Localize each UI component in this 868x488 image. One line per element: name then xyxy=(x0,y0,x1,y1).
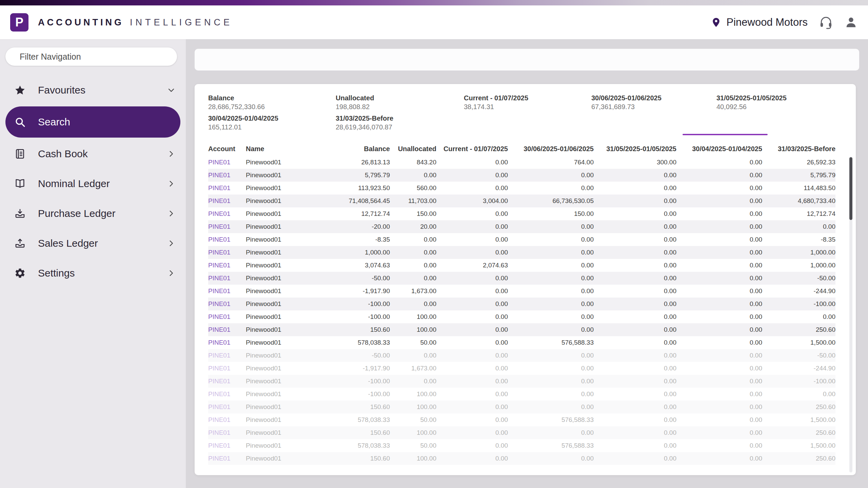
account-link[interactable]: PINE01 xyxy=(208,390,246,398)
value-cell: 0.00 xyxy=(508,352,594,359)
account-link[interactable]: PINE01 xyxy=(208,416,246,424)
sidebar-item-label: Search xyxy=(38,116,70,128)
account-link[interactable]: PINE01 xyxy=(208,442,246,449)
table-row[interactable]: PINE01Pinewood01150.60100.000.000.000.00… xyxy=(208,452,835,465)
account-link[interactable]: PINE01 xyxy=(208,326,246,333)
table-row[interactable]: PINE01Pinewood01-100.000.000.000.000.000… xyxy=(208,298,835,310)
sidebar-item-search[interactable]: Search xyxy=(5,106,180,138)
account-link[interactable]: PINE01 xyxy=(208,236,246,243)
account-link[interactable]: PINE01 xyxy=(208,274,246,282)
value-cell: 0.00 xyxy=(436,300,508,308)
table-row[interactable]: PINE01Pinewood01-8.350.000.000.000.000.0… xyxy=(208,233,835,246)
column-header-31-05-2025-01-05-2025[interactable]: 31/05/2025-01/05/2025 xyxy=(594,145,676,153)
table-row[interactable]: PINE01Pinewood01-1,917.901,673.000.000.0… xyxy=(208,362,835,375)
account-link[interactable]: PINE01 xyxy=(208,223,246,230)
value-cell: 26,813.13 xyxy=(327,159,390,166)
column-header-current-01-07-2025[interactable]: Current - 01/07/2025 xyxy=(436,145,508,153)
column-header-unallocated[interactable]: Unallocated xyxy=(390,145,436,153)
column-header-30-06-2025-01-06-2025[interactable]: 30/06/2025-01/06/2025 xyxy=(508,145,594,153)
table-row[interactable]: PINE01Pinewood01-50.000.000.000.000.000.… xyxy=(208,349,835,362)
account-link[interactable]: PINE01 xyxy=(208,365,246,372)
account-link[interactable]: PINE01 xyxy=(208,287,246,295)
table-row[interactable]: PINE01Pinewood01150.60100.000.000.000.00… xyxy=(208,401,835,413)
value-cell: 0.00 xyxy=(508,313,594,321)
value-cell: 0.00 xyxy=(762,313,835,321)
location-pin-icon xyxy=(711,16,722,29)
dealer-selector[interactable]: Pinewood Motors xyxy=(711,16,808,29)
table-row[interactable]: PINE01Pinewood01-20.0020.000.000.000.000… xyxy=(208,220,835,233)
value-cell: 0.00 xyxy=(594,326,676,333)
sidebar-item-settings[interactable]: Settings xyxy=(0,258,186,288)
value-cell: 150.60 xyxy=(327,429,390,436)
table-row[interactable]: PINE01Pinewood011,000.000.000.000.000.00… xyxy=(208,246,835,259)
column-header-31-03-2025-before[interactable]: 31/03/2025-Before xyxy=(762,145,835,153)
table-row[interactable]: PINE01Pinewood01-50.000.000.000.000.000.… xyxy=(208,272,835,285)
table-row[interactable]: PINE01Pinewood01578,038.3350.000.00576,5… xyxy=(208,413,835,426)
summary-value: 165,112.01 xyxy=(208,123,336,131)
table-row[interactable]: PINE01Pinewood015,795.790.000.000.000.00… xyxy=(208,169,835,182)
value-cell: 3,004.00 xyxy=(436,197,508,205)
summary-label: 31/03/2025-Before xyxy=(336,115,464,122)
account-link[interactable]: PINE01 xyxy=(208,403,246,411)
name-cell: Pinewood01 xyxy=(246,184,327,192)
table-row[interactable]: PINE01Pinewood01-100.000.000.000.000.000… xyxy=(208,375,835,388)
table-row[interactable]: PINE01Pinewood01578,038.3350.000.00576,5… xyxy=(208,336,835,349)
settings-icon xyxy=(14,267,26,280)
account-link[interactable]: PINE01 xyxy=(208,455,246,462)
table-row[interactable]: PINE01Pinewood013,074.630.002,074.630.00… xyxy=(208,259,835,272)
headset-icon[interactable] xyxy=(818,15,833,30)
table-row[interactable]: PINE01Pinewood01-100.00100.000.000.000.0… xyxy=(208,310,835,323)
value-cell: 0.00 xyxy=(676,429,762,436)
sidebar-item-cash-book[interactable]: Cash Book xyxy=(0,139,186,169)
value-cell: 1,500.00 xyxy=(762,339,835,346)
account-link[interactable]: PINE01 xyxy=(208,262,246,269)
value-cell: 0.00 xyxy=(594,249,676,256)
value-cell: 1,673.00 xyxy=(390,365,436,372)
table-row[interactable]: PINE01Pinewood01-100.00100.000.000.000.0… xyxy=(208,388,835,401)
value-cell: 50.00 xyxy=(390,339,436,346)
dealer-name: Pinewood Motors xyxy=(726,16,808,28)
table-row[interactable]: PINE01Pinewood0112,712.74150.000.00150.0… xyxy=(208,207,835,220)
value-cell: 0.00 xyxy=(508,274,594,282)
account-link[interactable]: PINE01 xyxy=(208,339,246,346)
scrollbar-thumb[interactable] xyxy=(849,157,852,220)
table-row[interactable]: PINE01Pinewood0171,408,564.4511,703.003,… xyxy=(208,195,835,207)
column-header-name[interactable]: Name xyxy=(246,145,327,153)
user-icon[interactable] xyxy=(844,16,858,29)
account-link[interactable]: PINE01 xyxy=(208,378,246,385)
account-link[interactable]: PINE01 xyxy=(208,313,246,321)
chevron-right-icon xyxy=(167,179,176,188)
sidebar-item-purchase-ledger[interactable]: Purchase Ledger xyxy=(0,199,186,228)
results-panel: Balance 28,686,752,330.66 Unallocated 19… xyxy=(195,84,856,475)
table-scrollbar[interactable] xyxy=(849,157,852,472)
column-header-30-04-2025-01-04-2025[interactable]: 30/04/2025-01/04/2025 xyxy=(676,145,762,153)
account-link[interactable]: PINE01 xyxy=(208,197,246,205)
account-link[interactable]: PINE01 xyxy=(208,159,246,166)
account-link[interactable]: PINE01 xyxy=(208,210,246,218)
account-link[interactable]: PINE01 xyxy=(208,429,246,436)
app-logo[interactable]: P xyxy=(10,13,28,32)
account-link[interactable]: PINE01 xyxy=(208,184,246,192)
account-link[interactable]: PINE01 xyxy=(208,171,246,179)
sidebar-item-favourites[interactable]: Favourites xyxy=(0,75,186,105)
value-cell: 0.00 xyxy=(594,287,676,295)
table-row[interactable]: PINE01Pinewood01-1,917.901,673.000.000.0… xyxy=(208,285,835,298)
column-header-balance[interactable]: Balance xyxy=(327,145,390,153)
table-row[interactable]: PINE01Pinewood01113,923.50560.000.000.00… xyxy=(208,182,835,195)
summary-31-03-2025-before: 31/03/2025-Before 28,619,346,070.87 xyxy=(336,115,464,131)
sidebar-item-label: Nominal Ledger xyxy=(38,178,110,189)
account-link[interactable]: PINE01 xyxy=(208,300,246,308)
sidebar-item-sales-ledger[interactable]: Sales Ledger xyxy=(0,228,186,258)
column-header-account[interactable]: Account xyxy=(208,145,246,153)
table-row[interactable]: PINE01Pinewood0126,813.13843.200.00764.0… xyxy=(208,156,835,169)
account-link[interactable]: PINE01 xyxy=(208,249,246,256)
filter-navigation-input[interactable] xyxy=(5,47,177,66)
summary-value: 67,361,689.73 xyxy=(591,103,716,110)
table-row[interactable]: PINE01Pinewood01150.60100.000.000.000.00… xyxy=(208,426,835,439)
sidebar-item-nominal-ledger[interactable]: Nominal Ledger xyxy=(0,169,186,199)
nominal-ledger-icon xyxy=(14,177,26,190)
table-row[interactable]: PINE01Pinewood01578,038.3350.000.00576,5… xyxy=(208,439,835,452)
value-cell: 250.60 xyxy=(762,455,835,462)
table-row[interactable]: PINE01Pinewood01150.60100.000.000.000.00… xyxy=(208,323,835,336)
account-link[interactable]: PINE01 xyxy=(208,352,246,359)
